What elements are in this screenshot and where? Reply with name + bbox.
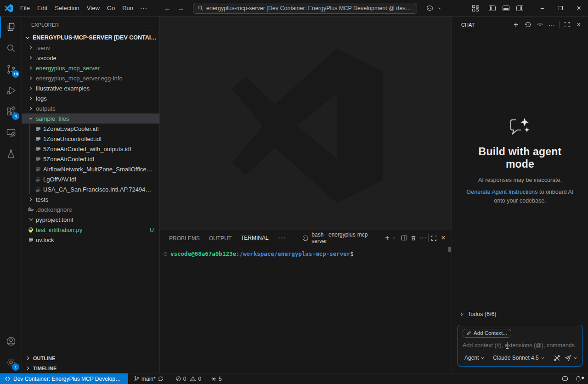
toggle-secondary-sidebar-icon[interactable]	[513, 2, 526, 14]
testing-icon[interactable]	[0, 143, 22, 164]
file-lines-icon	[35, 186, 41, 192]
tree-item[interactable]: .vscode	[22, 53, 159, 63]
chat-more-actions-icon[interactable]: ···	[546, 19, 557, 30]
remote-indicator[interactable]: Dev Container: EnergyPlus MCP Developmen…	[0, 373, 128, 384]
configure-tools-icon[interactable]	[551, 353, 562, 363]
timeline-label: TIMELINE	[33, 366, 57, 371]
tab-terminal[interactable]: TERMINAL	[237, 231, 272, 245]
copilot-icon[interactable]	[423, 2, 436, 14]
ports-status[interactable]: 5	[208, 373, 225, 384]
tree-item[interactable]: test_infiltration.pyU	[22, 225, 159, 235]
todos-section[interactable]: Todos (6/6)	[452, 309, 588, 319]
tab-chat[interactable]: CHAT	[460, 18, 475, 31]
terminal-viewport[interactable]: vscode@68a67a0b123e:/workspace/energyplu…	[160, 246, 452, 373]
git-branch-status[interactable]: main*	[131, 373, 166, 384]
chat-history-icon[interactable]	[522, 19, 533, 30]
extensions-icon[interactable]: 4	[0, 101, 22, 122]
tree-item-label: energyplus_mcp_server	[36, 65, 100, 72]
tree-item[interactable]: 1ZoneEvapCooler.idf	[22, 124, 159, 134]
menu-selection[interactable]: Selection	[51, 3, 83, 13]
window-minimize-button[interactable]: −	[533, 0, 551, 17]
outline-section[interactable]: OUTLINE	[22, 353, 159, 363]
maximize-chat-icon[interactable]	[561, 19, 572, 30]
chat-input-field[interactable]: Add context (#), extensions (@), command…	[463, 342, 577, 349]
panel-tabs-more-icon[interactable]: ···	[274, 234, 290, 242]
new-terminal-dropdown-icon[interactable]	[392, 236, 396, 240]
menu-edit[interactable]: Edit	[34, 3, 51, 13]
tree-item[interactable]: energyplus_mcp_server.egg-info	[22, 73, 159, 83]
tree-item[interactable]: outputs	[22, 103, 159, 113]
chat-input-box[interactable]: Add Context... Add context (#), extensio…	[458, 325, 582, 367]
explorer-more-icon[interactable]: ···	[147, 22, 154, 28]
menu-go[interactable]: Go	[103, 3, 119, 13]
maximize-panel-icon[interactable]	[430, 233, 439, 243]
file-lines-icon	[35, 126, 41, 132]
menu-more-icon[interactable]: ···	[137, 3, 151, 13]
chat-header: CHAT + ··· ×	[452, 17, 588, 33]
menu-run[interactable]: Run	[119, 3, 137, 13]
project-root-row[interactable]: ENERGYPLUS-MCP-SERVER [DEV CONTAINER: EN…	[22, 33, 159, 43]
settings-gear-icon[interactable]: 1	[0, 352, 22, 373]
close-chat-icon[interactable]: ×	[573, 19, 584, 30]
terminal-scrollbar[interactable]	[448, 247, 451, 252]
tree-item[interactable]: 1ZoneUncontrolled.idf	[22, 134, 159, 144]
panel-more-actions-icon[interactable]: ···	[418, 233, 427, 243]
tree-item[interactable]: .dockerignore	[22, 204, 159, 215]
tree-item[interactable]: 5ZoneAirCooled.idf	[22, 154, 159, 164]
generate-agent-instructions-link[interactable]: Generate Agent Instructions	[467, 189, 538, 195]
model-picker[interactable]: Claude Sonnet 4.5	[491, 354, 546, 362]
tree-item[interactable]: USA_CA_San.Francisco.Intl.AP.724940_TMY.…	[22, 184, 159, 194]
tab-problems[interactable]: PROBLEMS	[165, 231, 204, 245]
new-terminal-icon[interactable]: +	[383, 233, 392, 243]
accounts-icon[interactable]	[0, 331, 22, 352]
remote-explorer-icon[interactable]	[0, 122, 22, 143]
tree-item[interactable]: 5ZoneAirCooled_with_outputs.idf	[22, 144, 159, 154]
notifications-bell-icon[interactable]	[572, 376, 584, 382]
remote-label: Dev Container: EnergyPlus MCP Developmen…	[13, 376, 124, 382]
customize-layout-icon[interactable]	[469, 2, 482, 14]
search-sidebar-icon[interactable]	[0, 38, 22, 59]
toggle-panel-icon[interactable]	[499, 2, 513, 14]
tree-item[interactable]: energyplus_mcp_server	[22, 63, 159, 73]
toggle-primary-sidebar-icon[interactable]	[485, 2, 499, 14]
tree-item[interactable]: LgOffVAV.idf	[22, 174, 159, 184]
tree-item[interactable]: AirflowNetwork_MultiZone_SmallOffice_VA.…	[22, 164, 159, 174]
errors-icon	[175, 376, 181, 382]
command-center[interactable]: energyplus-mcp-server [Dev Container: En…	[193, 3, 417, 14]
tree-item[interactable]: .venv	[22, 43, 159, 53]
timeline-section[interactable]: TIMELINE	[22, 363, 159, 373]
close-panel-icon[interactable]: ×	[439, 233, 448, 243]
tab-output[interactable]: OUTPUT	[205, 231, 235, 245]
split-terminal-icon[interactable]	[400, 233, 409, 243]
tree-item[interactable]: tests	[22, 194, 159, 204]
command-decoration-icon[interactable]	[164, 252, 167, 256]
terminal-instance[interactable]: bash - energyplus-mcp-server	[302, 232, 378, 244]
copilot-status-icon[interactable]	[559, 376, 571, 382]
menu-view[interactable]: View	[83, 3, 103, 13]
new-chat-icon[interactable]: +	[510, 19, 521, 30]
send-options-chevron-icon[interactable]	[573, 356, 577, 360]
problems-status[interactable]: 0 0	[173, 373, 204, 384]
menu-file[interactable]: File	[17, 3, 34, 13]
window-maximize-button[interactable]	[551, 0, 570, 17]
title-bar: File Edit Selection View Go Run ··· ← → …	[0, 0, 588, 17]
nav-back-icon[interactable]: ←	[161, 3, 174, 13]
run-debug-icon[interactable]	[0, 80, 22, 101]
tree-item[interactable]: pyproject.toml	[22, 215, 159, 225]
tree-item[interactable]: sample_files	[22, 113, 159, 124]
tree-item[interactable]: logs	[22, 93, 159, 103]
explorer-icon[interactable]	[0, 17, 22, 38]
chat-settings-gear-icon[interactable]	[534, 19, 545, 30]
file-type-icon	[34, 146, 42, 152]
divider	[559, 21, 560, 28]
add-context-button[interactable]: Add Context...	[463, 329, 511, 338]
nav-forward-icon[interactable]: →	[174, 3, 187, 13]
send-button[interactable]	[562, 353, 573, 363]
window-close-button[interactable]: ×	[570, 0, 588, 17]
source-control-icon[interactable]: 19	[0, 59, 22, 80]
copilot-dropdown-chevron-icon[interactable]	[437, 6, 442, 11]
tree-item[interactable]: illustrative examples	[22, 83, 159, 93]
kill-terminal-icon[interactable]	[409, 233, 418, 243]
tree-item[interactable]: uv.lock	[22, 235, 159, 245]
mode-picker[interactable]: Agent	[463, 354, 486, 362]
